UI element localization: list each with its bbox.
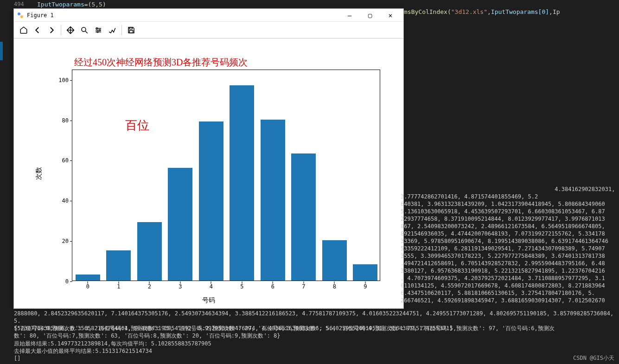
minimize-button[interactable]: — bbox=[339, 9, 360, 22]
edit-icon[interactable] bbox=[106, 24, 118, 36]
close-button[interactable]: ✕ bbox=[380, 9, 401, 22]
console-right-block: 4.384162902832031, 3.777742862701416, 4.… bbox=[401, 185, 617, 304]
home-icon[interactable] bbox=[18, 24, 30, 36]
window-icon bbox=[17, 12, 24, 19]
toolbar bbox=[14, 22, 403, 38]
console-bracket: [] bbox=[14, 355, 20, 362]
bar bbox=[322, 240, 347, 281]
bar bbox=[230, 85, 254, 281]
svg-rect-7 bbox=[129, 30, 133, 32]
svg-point-4 bbox=[99, 29, 101, 31]
maximize-button[interactable]: ▢ bbox=[360, 9, 380, 22]
bar bbox=[106, 250, 131, 281]
console-dict-line: {'百位号码:0,预测次数': 3, '百位号码:1,预测次数': 15, '百… bbox=[14, 325, 617, 339]
toolbar-separator bbox=[121, 25, 122, 35]
svg-point-2 bbox=[82, 27, 86, 32]
bar bbox=[291, 153, 316, 281]
bar bbox=[199, 121, 223, 281]
y-axis-label: 次数 bbox=[35, 167, 43, 180]
titlebar[interactable]: Figure 1 — ▢ ✕ bbox=[14, 9, 403, 22]
svg-point-5 bbox=[97, 31, 98, 32]
console-avg-line: 原始最终结果:5.149773212389814,每次均值平均: 5.10285… bbox=[14, 340, 211, 347]
x-axis-label: 号码 bbox=[202, 296, 215, 305]
bar bbox=[137, 222, 162, 281]
plot-area: 经过450次神经网络预测3D各推荐号码频次 百位 次数 号码 020406080… bbox=[14, 38, 403, 308]
watermark: CSDN @GIS小天 bbox=[573, 354, 614, 362]
chart-title: 经过450次神经网络预测3D各推荐号码频次 bbox=[74, 56, 248, 69]
toolbar-separator bbox=[61, 25, 61, 35]
svg-rect-6 bbox=[129, 27, 132, 29]
forward-icon[interactable] bbox=[45, 24, 57, 36]
window-title: Figure 1 bbox=[27, 12, 339, 19]
gutter-mark bbox=[0, 42, 3, 60]
code-content: IputTwoparams=(5,5) bbox=[37, 1, 106, 8]
svg-point-0 bbox=[18, 13, 20, 15]
code-line: 494 IputTwoparams=(5,5) bbox=[0, 0, 619, 8]
code-fragment-right: msByColIndex("3d12.xls",IputTwoparams[0]… bbox=[404, 8, 560, 15]
configure-icon[interactable] bbox=[92, 24, 104, 36]
pan-icon[interactable] bbox=[64, 24, 77, 36]
svg-point-1 bbox=[20, 15, 23, 18]
svg-point-3 bbox=[96, 27, 98, 29]
console-trimmed-line: 去掉最大最小值的最终平均结果:5.151317621514734 bbox=[14, 347, 152, 355]
back-icon[interactable] bbox=[32, 24, 44, 36]
axes-box: 0204060801000123456789 bbox=[72, 70, 380, 281]
zoom-icon[interactable] bbox=[78, 24, 90, 36]
figure-window: Figure 1 — ▢ ✕ 经过450次神经网络预测3D各推荐号码频次 百位 … bbox=[13, 8, 404, 309]
bar bbox=[261, 120, 285, 281]
bar bbox=[168, 168, 192, 281]
save-icon[interactable] bbox=[125, 24, 137, 36]
bar bbox=[353, 264, 377, 281]
bar bbox=[76, 275, 100, 281]
line-number: 494 bbox=[14, 1, 37, 7]
